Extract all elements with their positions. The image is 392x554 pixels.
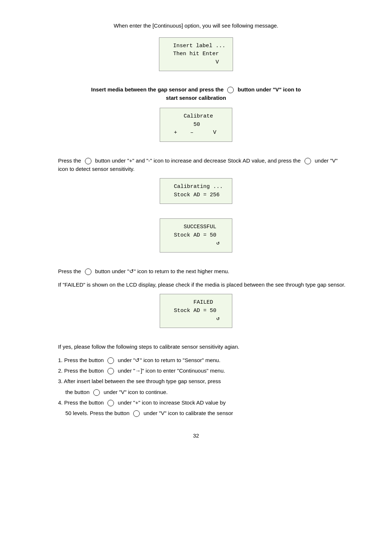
- lcd-insert-container: Insert label ... Then hit Enter V: [44, 37, 348, 79]
- body-text-1: Press the button under "+" and "-" icon …: [58, 156, 348, 173]
- lcd-calibrate-line1: Calibrate: [167, 112, 225, 121]
- bold-instruction-text1: Insert media between the gap sensor and …: [91, 86, 224, 93]
- circle-icon-8: [107, 400, 114, 406]
- lcd-calibrate-line3: + – V: [167, 129, 225, 137]
- lcd-failed-line3: ↺: [167, 315, 225, 323]
- bold-instruction-text2: button under "V" icon to: [238, 86, 301, 93]
- lcd-successful-line2: Stock AD = 50: [167, 231, 225, 240]
- lcd-failed-line2: Stock AD = 50: [167, 307, 225, 315]
- circle-icon-7: [93, 389, 100, 396]
- list-item-4a: 4. Press the button under "+" icon to in…: [58, 398, 348, 407]
- circle-icon-9: [133, 410, 140, 417]
- lcd-insert-line2: Then hit Enter: [167, 50, 225, 58]
- lcd-failed-container: FAILED Stock AD = 50 ↺: [44, 294, 348, 335]
- circle-icon-5: [107, 357, 114, 364]
- circle-icon-1: [227, 87, 234, 93]
- page-content: When enter the [Continuous] option, you …: [44, 22, 348, 440]
- lcd-calibrating-container: Calibrating ... Stock AD = 256: [44, 178, 348, 211]
- list-item-3a: 3. After insert label between the see th…: [58, 377, 348, 385]
- lcd-calibrating-line2: Stock AD = 256: [167, 191, 225, 200]
- lcd-calibrate-box: Calibrate 50 + – V: [160, 108, 232, 142]
- lcd-successful-container: SUCCESSFUL Stock AD = 50 ↺: [44, 218, 348, 260]
- intro-text: When enter the [Continuous] option, you …: [44, 22, 348, 30]
- list-item-4b: 50 levels. Press the button under "V" ic…: [65, 409, 348, 417]
- lcd-failed-box: FAILED Stock AD = 50 ↺: [160, 294, 232, 328]
- body-text-2: Press the button under "↺" icon to retur…: [58, 267, 348, 275]
- lcd-successful-line3: ↺: [167, 239, 225, 248]
- bold-instruction-text3: start sensor calibration: [166, 95, 226, 101]
- lcd-calibrating-line1: Calibrating ...: [167, 183, 225, 191]
- body-text-3: If "FAILED" is shown on the LCD display,…: [58, 280, 348, 289]
- lcd-insert-box: Insert label ... Then hit Enter V: [159, 37, 233, 71]
- circle-icon-3: [305, 158, 311, 164]
- circle-icon-2: [85, 158, 91, 164]
- page-number: 32: [44, 432, 348, 440]
- lcd-calibrating-box: Calibrating ... Stock AD = 256: [160, 178, 232, 204]
- lcd-successful-box: SUCCESSFUL Stock AD = 50 ↺: [160, 218, 232, 253]
- list-item-1: 1. Press the button under "↺" icon to re…: [58, 356, 348, 364]
- list-item-2: 2. Press the button under "→]" icon to e…: [58, 366, 348, 375]
- lcd-insert-line3: V: [167, 58, 225, 67]
- circle-icon-4: [85, 268, 91, 275]
- body-text-4: If yes, please follow the following step…: [58, 342, 348, 351]
- circle-icon-6: [107, 368, 114, 374]
- bold-instruction: Insert media between the gap sensor and …: [44, 86, 348, 102]
- lcd-calibrate-container: Calibrate 50 + – V: [44, 108, 348, 149]
- lcd-calibrate-line2: 50: [167, 121, 225, 129]
- lcd-successful-line1: SUCCESSFUL: [167, 223, 225, 231]
- lcd-failed-line1: FAILED: [167, 299, 225, 307]
- list-item-3b: the button under "V" icon to continue.: [65, 388, 348, 396]
- lcd-insert-line1: Insert label ...: [167, 42, 225, 50]
